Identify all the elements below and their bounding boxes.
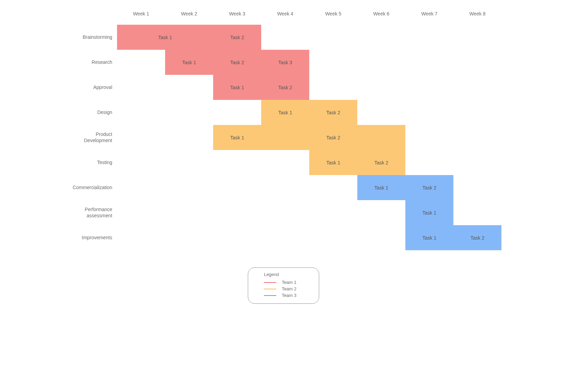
row-improvements: Task 1 Task 2 [117, 225, 501, 250]
row-label-design: Design [64, 100, 117, 125]
gantt-chart: Week 1 Week 2 Week 3 Week 4 Week 5 Week … [64, 7, 503, 304]
legend-item-team3: Team 3 [254, 292, 313, 299]
row-approval: Task 1 Task 2 [117, 75, 501, 100]
bar-commercialization-task2: Task 2 [405, 175, 453, 200]
row-product-development: Task 1 Task 2 [117, 125, 501, 150]
legend-label-team2: Team 2 [282, 286, 297, 291]
legend-label-team3: Team 3 [282, 293, 297, 298]
row-design: Task 1 Task 2 [117, 100, 501, 125]
legend-item-team1: Team 1 [254, 279, 313, 286]
row-label-testing: Testing [64, 150, 117, 175]
legend: Legend Team 1 Team 2 Team 3 [248, 267, 319, 304]
row-research: Task 1 Task 2 Task 3 [117, 50, 501, 75]
bar-improvements-task2: Task 2 [453, 225, 501, 250]
row-label-product-development: Product Development [64, 125, 117, 150]
bar-approval-task2: Task 2 [261, 75, 309, 100]
bar-product-development-task1: Task 1 [213, 125, 261, 150]
col-header-week5: Week 5 [309, 7, 357, 25]
legend-label-team1: Team 1 [282, 280, 297, 285]
bar-performance-assessment-task1: Task 1 [405, 200, 453, 225]
bar-brainstorming-task2: Task 2 [213, 25, 261, 50]
row-label-approval: Approval [64, 75, 117, 100]
row-label-commercialization: Commercialization [64, 175, 117, 200]
bar-product-development-task2: Task 2 [261, 125, 405, 150]
bar-approval-task1: Task 1 [213, 75, 261, 100]
bar-research-task3: Task 3 [261, 50, 309, 75]
bar-brainstorming-task1: Task 1 [117, 25, 213, 50]
bar-testing-task2: Task 2 [357, 150, 405, 175]
bar-design-task2: Task 2 [309, 100, 357, 125]
row-label-research: Research [64, 50, 117, 75]
row-brainstorming: Task 1 Task 2 [117, 25, 501, 50]
row-label-brainstorming: Brainstorming [64, 25, 117, 50]
bar-research-task2: Task 2 [213, 50, 261, 75]
col-header-week8: Week 8 [453, 7, 501, 25]
bar-improvements-task1: Task 1 [405, 225, 453, 250]
gantt-grid: Week 1 Week 2 Week 3 Week 4 Week 5 Week … [64, 7, 503, 250]
legend-swatch-team3 [264, 295, 276, 296]
col-header-week6: Week 6 [357, 7, 405, 25]
col-header-week2: Week 2 [165, 7, 213, 25]
row-label-improvements: Improvements [64, 225, 117, 250]
bar-research-task1: Task 1 [165, 50, 213, 75]
row-testing: Task 1 Task 2 [117, 150, 501, 175]
legend-swatch-team2 [264, 289, 276, 289]
col-header-week7: Week 7 [405, 7, 453, 25]
bar-commercialization-task1: Task 1 [357, 175, 405, 200]
legend-item-team2: Team 2 [254, 286, 313, 292]
col-header-week4: Week 4 [261, 7, 309, 25]
row-label-performance-assessment: Performance assessment [64, 200, 117, 225]
col-header-week3: Week 3 [213, 7, 261, 25]
row-performance-assessment: Task 1 [117, 200, 501, 225]
legend-swatch-team1 [264, 282, 276, 283]
col-header-week1: Week 1 [117, 7, 165, 25]
legend-title: Legend [254, 272, 313, 277]
bar-testing-task1: Task 1 [309, 150, 357, 175]
row-commercialization: Task 1 Task 2 [117, 175, 501, 200]
bar-design-task1: Task 1 [261, 100, 309, 125]
